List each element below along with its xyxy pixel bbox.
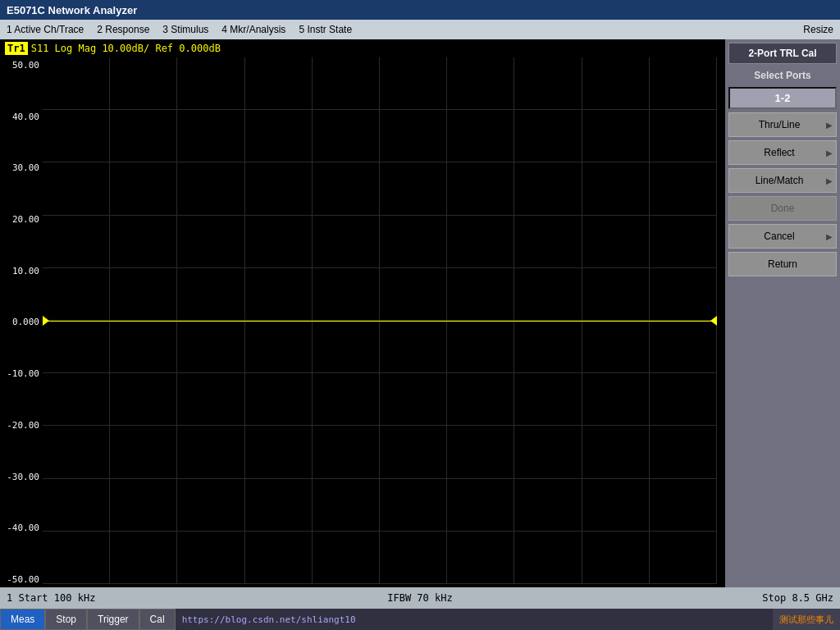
- menu-item-instr-state[interactable]: 5 Instr State: [299, 24, 352, 35]
- menu-bar: 1 Active Ch/Trace 2 Response 3 Stimulus …: [0, 20, 840, 39]
- trigger-button[interactable]: Trigger: [87, 609, 139, 630]
- grid-cell: [582, 110, 650, 162]
- grid-cell: [313, 162, 380, 215]
- grid-cell: [380, 216, 447, 268]
- menu-item-stimulus[interactable]: 3 Stimulus: [162, 24, 208, 35]
- grid-cell: [43, 479, 110, 532]
- menu-item-response[interactable]: 2 Response: [97, 24, 149, 35]
- grid-cell: [582, 532, 650, 584]
- thru-line-button[interactable]: Thru/Line ▶: [728, 112, 837, 137]
- status-start: 1 Start 100 kHz: [7, 592, 282, 604]
- grid-cell: [447, 268, 514, 321]
- grid-cell: [447, 426, 514, 478]
- grid-cell: [245, 426, 313, 478]
- grid-cell: [380, 532, 447, 584]
- grid-cell: [380, 162, 447, 215]
- grid-cell: [650, 532, 717, 584]
- grid-cell: [43, 57, 110, 110]
- grid-cell: [110, 426, 177, 478]
- grid-cell: [650, 110, 717, 162]
- grid-cell: [650, 373, 717, 426]
- grid-cell: [650, 216, 717, 268]
- grid-cell: [582, 216, 650, 268]
- y-label-neg30: -30.00: [0, 472, 43, 482]
- grid-cell: [110, 479, 177, 532]
- grid-cell: [110, 162, 177, 215]
- grid-cell: [43, 216, 110, 268]
- grid-cell: [313, 426, 380, 478]
- grid-cell: [313, 110, 380, 162]
- ref-line: [43, 321, 717, 322]
- select-ports-value[interactable]: 1-2: [728, 87, 837, 109]
- grid-cell: [245, 532, 313, 584]
- grid-cell: [43, 532, 110, 584]
- return-button[interactable]: Return: [728, 252, 837, 276]
- left-marker: [43, 316, 49, 326]
- grid-cell: [650, 479, 717, 532]
- grid-cell: [313, 268, 380, 321]
- grid-cell: [110, 532, 177, 584]
- grid-cell: [650, 268, 717, 321]
- done-button: Done: [728, 196, 837, 221]
- line-match-arrow: ▶: [826, 176, 833, 185]
- status-stop: Stop 8.5 GHz: [558, 592, 833, 604]
- grid-cell: [177, 57, 244, 110]
- grid-cell: [514, 162, 582, 215]
- grid-cell: [110, 268, 177, 321]
- status-bar: 1 Start 100 kHz IFBW 70 kHz Stop 8.5 GHz: [0, 587, 840, 609]
- menu-item-mkr[interactable]: 4 Mkr/Analysis: [221, 24, 285, 35]
- right-marker: [710, 316, 717, 326]
- y-label-neg40: -40.00: [0, 523, 43, 532]
- grid-cell: [447, 532, 514, 584]
- grid-cell: [514, 57, 582, 110]
- cal-button[interactable]: Cal: [139, 609, 176, 630]
- grid-cell: [43, 162, 110, 215]
- reflect-button[interactable]: Reflect ▶: [728, 140, 837, 165]
- menu-item-active-ch[interactable]: 1 Active Ch/Trace: [7, 24, 84, 35]
- grid-cell: [43, 268, 110, 321]
- grid-cell: [245, 57, 313, 110]
- stop-button[interactable]: Stop: [45, 609, 87, 630]
- grid-cell: [245, 110, 313, 162]
- grid-cell: [313, 373, 380, 426]
- sidebar-title: 2-Port TRL Cal: [728, 43, 837, 64]
- grid-cell: [110, 216, 177, 268]
- grid-cell: [650, 426, 717, 478]
- cancel-arrow: ▶: [826, 232, 833, 241]
- grid-cell: [245, 216, 313, 268]
- grid-cell: [514, 321, 582, 373]
- grid-cell: [514, 110, 582, 162]
- cancel-button[interactable]: Cancel ▶: [728, 224, 837, 249]
- grid-cell: [514, 426, 582, 478]
- grid-cell: [313, 57, 380, 110]
- grid-cell: [582, 268, 650, 321]
- line-match-button[interactable]: Line/Match ▶: [728, 168, 837, 193]
- grid-cell: [177, 532, 244, 584]
- grid-cell: [582, 373, 650, 426]
- grid-cell: [514, 373, 582, 426]
- grid-cell: [177, 426, 244, 478]
- grid-cell: [380, 57, 447, 110]
- grid-cell: [245, 373, 313, 426]
- grid-cell: [245, 479, 313, 532]
- y-label-30: 30.00: [0, 163, 43, 172]
- grid-cell: [110, 110, 177, 162]
- y-label-0: 0.000: [0, 317, 43, 326]
- grid-cell: [110, 57, 177, 110]
- grid-cell: [245, 268, 313, 321]
- grid-cell: [110, 373, 177, 426]
- meas-button[interactable]: Meas: [0, 609, 45, 630]
- grid-cell: [313, 321, 380, 373]
- grid-cell: [313, 479, 380, 532]
- resize-button[interactable]: Resize: [803, 24, 833, 35]
- grid-cell: [43, 110, 110, 162]
- grid-cell: [650, 57, 717, 110]
- grid-cell: [380, 110, 447, 162]
- watermark: 测试那些事儿: [773, 614, 840, 626]
- grid-cell: [447, 321, 514, 373]
- grid-cell: [447, 110, 514, 162]
- grid-cell: [177, 110, 244, 162]
- thru-line-arrow: ▶: [826, 121, 833, 130]
- url-bar: https://blog.csdn.net/shliangt10: [176, 609, 773, 630]
- y-label-neg50: -50.00: [0, 575, 43, 584]
